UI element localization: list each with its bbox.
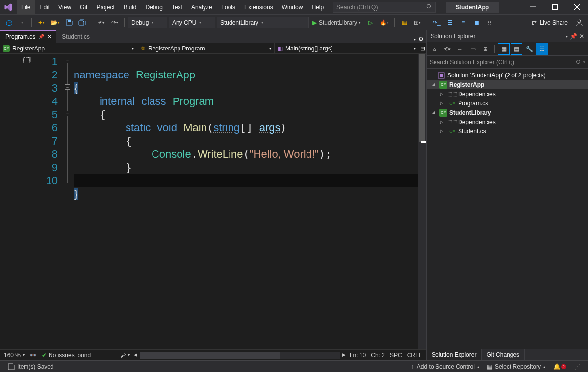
menu-edit[interactable]: Edit [35,0,54,15]
live-share-button[interactable]: Live Share [527,17,572,28]
panel-tab-git-changes[interactable]: Git Changes [482,349,525,360]
nav-split-icon[interactable]: ⊟ [419,45,426,52]
undo-button[interactable]: ↶▾ [96,17,107,28]
new-item-button[interactable]: ✦▾ [35,17,47,28]
maximize-button[interactable] [544,0,566,15]
nav-class-dropdown[interactable]: ⚛ RegisterApp.Program▾ [137,43,275,53]
fold-icon[interactable]: − [65,111,70,116]
startup-dropdown[interactable]: StudentLibrary▾ [217,17,309,28]
tree-dependencies[interactable]: ▷ ⬚⬚ Dependencies [427,89,588,99]
comment-icon[interactable]: ⁝⁝ [484,17,496,28]
menu-build[interactable]: Build [119,0,141,15]
indent-more-icon[interactable]: ≣ [471,17,483,28]
se-view-icon[interactable]: ☵ [536,43,548,55]
expand-icon[interactable]: ▷ [440,92,446,96]
tree-project-studentlibrary[interactable]: ◢ C# StudentLibrary [427,108,588,117]
se-preview-icon[interactable]: ▦ [498,43,510,55]
tree-project-registerapp[interactable]: ◢ C# RegisterApp [427,80,588,89]
tree-file-program[interactable]: ▷ C# Program.cs [427,99,588,108]
se-sync-icon[interactable]: ⟲▾ [441,43,453,55]
se-home-icon[interactable]: ⌂ [429,43,440,55]
expand-icon[interactable]: ▷ [440,120,446,124]
account-button[interactable] [573,17,585,28]
menu-git[interactable]: Git [76,0,92,15]
nav-method-dropdown[interactable]: ◧ Main(string[] args)▾ [275,43,419,53]
fold-margin[interactable]: − − − [64,54,74,349]
close-button[interactable] [566,0,588,15]
step-over-icon[interactable]: ↷_ [431,17,443,28]
menu-help[interactable]: Help [307,0,328,15]
expand-icon[interactable]: ◢ [432,82,437,87]
menu-project[interactable]: Project [92,0,119,15]
nav-back-button[interactable]: ◯← [3,17,15,28]
solution-tree[interactable]: Solution 'StudentApp' (2 of 2 projects) … [427,69,588,349]
fold-icon[interactable]: − [65,58,70,63]
minimize-button[interactable] [522,0,544,15]
brush-icon[interactable]: 🖌 ▾ [120,352,130,359]
tree-file-student[interactable]: ▷ C# Student.cs [427,126,588,136]
menu-test[interactable]: Test [167,0,187,15]
nav-fwd-button[interactable]: ▾ [16,17,28,28]
expand-icon[interactable]: ▷ [440,129,446,133]
horizontal-scrollbar[interactable]: ◀▶ [140,352,340,359]
menu-debug[interactable]: Debug [141,0,167,15]
menu-analyze[interactable]: Analyze [187,0,217,15]
hot-reload-button[interactable]: 🔥▾ [378,17,391,28]
platform-dropdown[interactable]: Any CPU▾ [169,17,215,28]
pin-icon[interactable]: 📌 [570,33,577,40]
tree-dependencies[interactable]: ▷ ⬚⬚ Dependencies [427,117,588,126]
start-nodebug-button[interactable]: ▷ [364,17,376,28]
window-split-button[interactable]: ⊞▾ [411,17,423,28]
status-source-control[interactable]: ↑ Add to Source Control ▴ [408,363,483,370]
fold-icon[interactable]: − [65,84,70,90]
panel-close-icon[interactable]: ✕ [579,33,584,40]
tabs-dropdown-icon[interactable]: ▾ [414,37,416,42]
expand-icon[interactable]: ▷ [440,101,446,105]
se-properties-icon[interactable]: 🔧 [523,43,535,55]
se-back-icon[interactable]: ↔ [454,43,466,55]
glasses-icon[interactable]: 👓 [29,352,37,359]
start-debug-button[interactable]: ▶StudentLibrary▾ [310,17,363,28]
outline-margin: {} [0,54,34,349]
open-button[interactable]: 📂▾ [49,17,62,28]
status-resize-grip[interactable]: ⋰ [570,363,584,370]
tab-close-icon[interactable]: ✕ [47,34,51,39]
tab-program-cs[interactable]: Program.cs 📌 ✕ [0,30,56,43]
vertical-scrollbar[interactable] [418,54,426,349]
status-repo[interactable]: ▦ Select Repository ▴ [483,363,549,370]
config-dropdown[interactable]: Debug▾ [128,17,167,28]
menu-file[interactable]: File [17,0,35,15]
tree-solution-root[interactable]: Solution 'StudentApp' (2 of 2 projects) [427,71,588,80]
se-collapse-icon[interactable]: ▤ [511,43,522,55]
save-all-button[interactable] [77,17,88,28]
tabs-gear-icon[interactable]: ⚙ [418,36,424,43]
solution-search[interactable]: Search Solution Explorer (Ctrl+;) ▾ [427,56,588,69]
browse-button[interactable]: ▦ [398,17,410,28]
zoom-level[interactable]: 160 % ▾ [4,352,25,359]
svg-point-7 [578,20,581,23]
issues-indicator[interactable]: ✔ No issues found [42,352,91,359]
panel-tab-solution-explorer[interactable]: Solution Explorer [427,349,482,360]
expand-icon[interactable]: ◢ [432,110,437,115]
status-saved: Item(s) Saved [4,363,58,370]
csfile-icon: C# [448,99,456,107]
code-editor[interactable]: namespace RegisterApp { internal class P… [74,54,418,349]
menu-window[interactable]: Window [278,0,307,15]
status-notifications[interactable]: 🔔2 [549,363,570,370]
indent-mode[interactable]: SPC [390,352,402,359]
menu-view[interactable]: View [54,0,76,15]
redo-button[interactable]: ↷▾ [109,17,121,28]
se-filter-icon[interactable]: ▭ [467,43,479,55]
indent-less-icon[interactable]: ≡ [458,17,469,28]
eol-mode[interactable]: CRLF [407,352,422,359]
se-showall-icon[interactable]: ⊞ [480,43,491,55]
tab-student-cs[interactable]: Student.cs [56,30,95,43]
global-search[interactable]: Search (Ctrl+Q) [333,2,436,13]
panel-options-icon[interactable]: ▾ [566,34,568,39]
menu-tools[interactable]: Tools [217,0,240,15]
menu-extensions[interactable]: Extensions [240,0,278,15]
nav-project-dropdown[interactable]: C# RegisterApp▾ [0,43,137,53]
list-icon[interactable]: ☰ [444,17,456,28]
pin-icon[interactable]: 📌 [38,34,44,39]
save-button[interactable] [63,17,75,28]
